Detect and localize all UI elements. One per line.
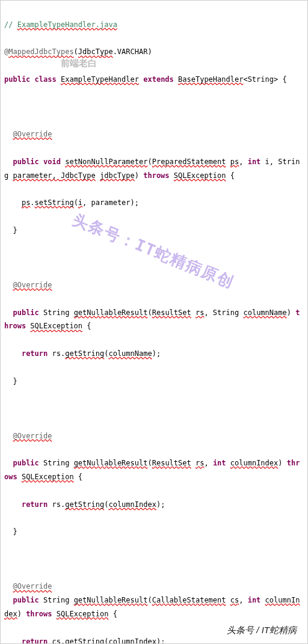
code-line: }	[13, 377, 17, 385]
code-line: public String getNullableResult(Callable…	[4, 596, 300, 618]
annotation: @MappedJdbcTypes	[4, 48, 74, 56]
code-editor: // ExampleTypeHandler.java @MappedJdbcTy…	[1, 1, 307, 644]
code-line: public String getNullableResult(ResultSe…	[4, 308, 300, 331]
annotation: @Override	[13, 582, 52, 590]
code-line: ps.setString(i, parameter);	[22, 198, 139, 207]
code-line: public void setNonNullParameter(Prepared…	[4, 158, 300, 180]
code-line: @MappedJdbcTypes(JdbcType.VARCHAR)	[4, 48, 152, 56]
footer-credit: 头条号 / IT蛇精病	[227, 622, 297, 639]
code-line: // ExampleTypeHandler.java	[4, 20, 117, 29]
code-line: public class ExampleTypeHandler extends …	[4, 75, 287, 84]
annotation: @Override	[13, 281, 52, 289]
code-line: }	[13, 527, 17, 536]
code-line: return cs.getString(columnIndex);	[22, 637, 165, 644]
code-line: public String getNullableResult(ResultSe…	[4, 459, 300, 481]
annotation: @Override	[13, 130, 52, 138]
code-line: return rs.getString(columnIndex);	[22, 500, 165, 509]
code-line: }	[13, 226, 17, 235]
code-line: return rs.getString(columnName);	[22, 349, 161, 358]
comment: // ExampleTypeHandler.java	[4, 20, 117, 29]
annotation: @Override	[13, 432, 52, 440]
